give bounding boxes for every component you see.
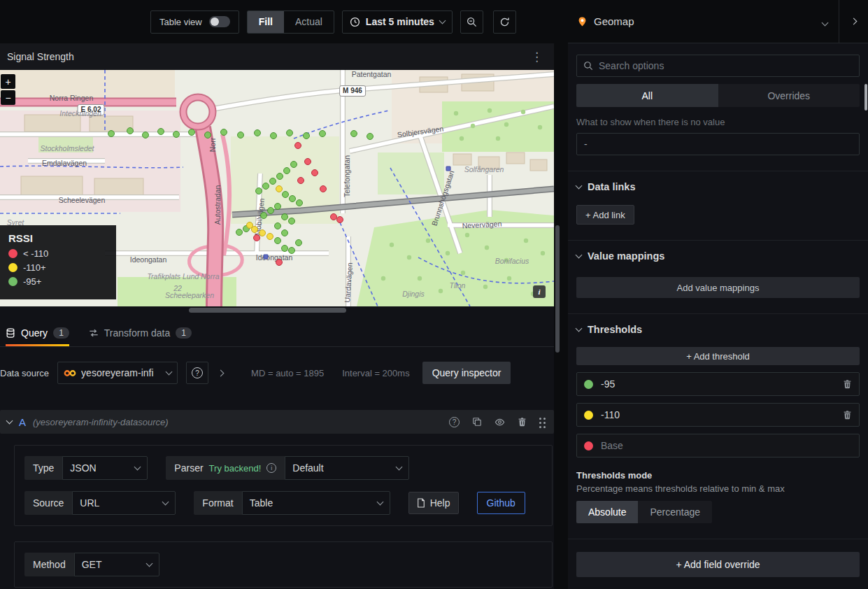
map-data-point[interactable] [274,222,281,229]
duplicate-icon[interactable] [472,417,482,427]
add-threshold-button[interactable]: + Add threshold [576,347,860,365]
mode-percentage-option[interactable]: Percentage [638,501,712,523]
options-scrollbar-thumb[interactable] [865,84,867,111]
query-row-header[interactable]: A (yesoreyeram-infinity-datasource) ? [0,410,554,434]
trash-icon[interactable] [843,379,852,389]
refresh-button[interactable] [493,10,516,34]
map-data-point[interactable] [294,142,301,149]
map-data-point[interactable] [289,195,296,202]
visualization-picker-toggle[interactable] [811,16,839,27]
map-data-point[interactable] [188,129,195,136]
threshold-value[interactable]: -95 [601,378,835,390]
actual-option[interactable]: Actual [284,11,334,33]
map-data-point[interactable] [255,187,262,194]
map-data-point[interactable] [311,169,318,176]
map-data-point[interactable] [288,247,295,254]
map-data-point[interactable] [288,218,295,225]
map-attribution-button[interactable]: i [533,285,546,298]
options-tab-overrides[interactable]: Overrides [718,84,860,107]
scrollbar-thumb[interactable] [189,308,346,313]
format-select[interactable]: Table [242,491,390,515]
help-icon[interactable]: ? [449,417,460,427]
chevron-right-icon[interactable] [218,369,225,376]
map-data-point[interactable] [276,173,283,180]
signal-strength-map[interactable]: E 6.02M 946InteckningenNorra RingenPaten… [0,70,554,306]
map-data-point[interactable] [251,226,258,233]
eye-icon[interactable] [495,417,505,427]
map-data-point[interactable] [350,130,357,137]
map-zoom-out-button[interactable]: − [1,90,15,105]
section-value-mappings[interactable]: Value mappings [576,250,860,262]
time-range-picker[interactable]: Last 5 minutes [342,10,453,34]
map-data-point[interactable] [446,166,451,171]
add-field-override-button[interactable]: + Add field override [576,552,860,577]
datasource-picker[interactable]: yesoreyeram-infi [57,362,178,384]
github-button[interactable]: Github [477,492,525,514]
query-inspector-button[interactable]: Query inspector [422,362,511,384]
info-circle-icon[interactable]: i [266,463,276,473]
map-data-point[interactable] [260,212,267,219]
map-data-point[interactable] [264,255,269,260]
map-data-point[interactable] [108,130,115,137]
section-thresholds[interactable]: Thresholds [576,324,860,335]
map-data-point[interactable] [236,229,243,236]
table-view-toggle[interactable] [209,16,230,27]
drag-handle-icon[interactable] [539,418,541,420]
trash-icon[interactable] [518,417,527,427]
zoom-out-time-button[interactable] [460,10,483,34]
parser-hint[interactable]: Try backend! [209,463,262,474]
map-data-point[interactable] [281,245,288,252]
map-data-point[interactable] [274,237,281,244]
map-data-point[interactable] [304,158,311,165]
map-data-point[interactable] [266,233,273,240]
map-data-point[interactable] [303,132,310,139]
source-select[interactable]: URL [72,491,176,515]
mode-absolute-option[interactable]: Absolute [576,501,638,523]
map-data-point[interactable] [237,132,244,139]
options-tab-all[interactable]: All [576,84,718,107]
tab-transform-data[interactable]: Transform data 1 [89,319,192,346]
map-data-point[interactable] [282,191,289,198]
section-data-links[interactable]: Data links [576,181,860,192]
vertical-scrollbar-thumb[interactable] [555,225,560,353]
map-data-point[interactable] [267,207,274,214]
chevron-down-icon[interactable] [6,418,13,425]
threshold-color-dot[interactable] [584,380,593,389]
fill-option[interactable]: Fill [248,11,284,33]
map-data-point[interactable] [336,216,343,223]
map-data-point[interactable] [281,213,288,220]
map-data-point[interactable] [127,127,134,134]
map-data-point[interactable] [259,229,266,236]
map-zoom-in-button[interactable]: + [1,74,15,89]
map-data-point[interactable] [295,239,302,246]
map-data-point[interactable] [297,177,304,184]
map-data-point[interactable] [319,130,326,137]
map-data-point[interactable] [274,203,281,210]
map-data-point[interactable] [367,133,373,140]
map-data-point[interactable] [220,129,227,136]
map-data-point[interactable] [283,167,290,174]
threshold-color-dot[interactable] [584,411,593,420]
add-value-mappings-button[interactable]: Add value mappings [576,277,860,298]
options-search-input[interactable] [599,60,853,71]
threshold-value[interactable]: -110 [601,409,835,420]
trash-icon[interactable] [843,410,852,420]
help-button[interactable]: Help [408,492,459,514]
threshold-color-dot[interactable] [584,441,593,450]
map-data-point[interactable] [204,132,211,139]
no-value-input[interactable] [584,139,852,150]
map-data-point[interactable] [276,185,283,192]
map-data-point[interactable] [320,185,327,192]
collapse-options-button[interactable] [839,0,868,43]
tab-query[interactable]: Query 1 [6,319,69,346]
panel-menu-button[interactable]: ⋮ [527,51,547,63]
add-link-button[interactable]: + Add link [576,205,634,225]
map-data-point[interactable] [276,259,283,266]
map-data-point[interactable] [296,199,303,206]
map-data-point[interactable] [281,229,288,236]
map-data-point[interactable] [262,183,269,190]
map-data-point[interactable] [157,128,164,135]
map-data-point[interactable] [254,129,261,136]
map-data-point[interactable] [270,132,277,139]
parser-select[interactable]: Default [285,456,409,480]
